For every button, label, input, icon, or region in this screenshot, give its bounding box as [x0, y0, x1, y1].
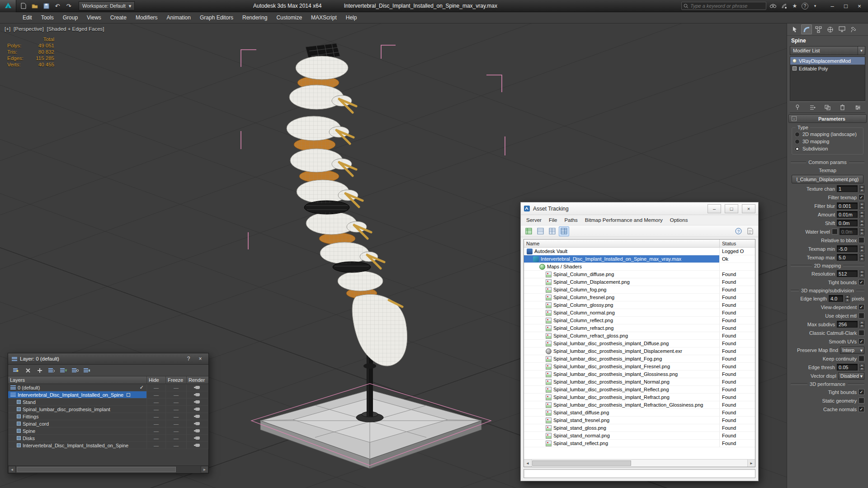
freeze-cell[interactable]: — — [166, 391, 187, 398]
spinner[interactable]: ▴▾ — [859, 321, 864, 328]
spin-up-icon[interactable]: ▴ — [859, 270, 864, 274]
undo-button[interactable]: ↶ — [52, 1, 63, 11]
search-input[interactable] — [690, 3, 764, 9]
layer-row[interactable]: Spinal_cord—— — [8, 420, 208, 427]
new-file-button[interactable] — [18, 1, 29, 11]
radio-3d-mapping[interactable]: 3D mapping — [795, 138, 860, 145]
parameters-rollout-header[interactable]: - Parameters — [788, 114, 867, 123]
view-table-button[interactable] — [535, 226, 546, 236]
scroll-thumb[interactable] — [17, 467, 176, 472]
asset-row[interactable]: Spinal_Column_refract_gloss.pngFound — [524, 332, 755, 340]
hide-cell[interactable]: — — [147, 384, 166, 391]
render-cell[interactable] — [187, 413, 208, 420]
asset-row[interactable]: Spinal_Column_fresnel.pngFound — [524, 294, 755, 301]
spin-up-icon[interactable]: ▴ — [859, 245, 864, 249]
checkbox[interactable] — [832, 229, 838, 235]
asset-menu-paths[interactable]: Paths — [561, 216, 581, 224]
layer-row[interactable]: 0 (default)✓—— — [8, 384, 208, 391]
menu-graph-editors[interactable]: Graph Editors — [195, 12, 238, 23]
spin-down-icon[interactable]: ▾ — [859, 367, 864, 371]
hide-cell[interactable]: — — [147, 420, 166, 427]
render-cell[interactable] — [187, 435, 208, 441]
scroll-left-icon[interactable]: ◄ — [8, 466, 16, 473]
spin-up-icon[interactable]: ▴ — [845, 295, 850, 299]
show-end-result-button[interactable] — [807, 103, 817, 112]
asset-tracking-window[interactable]: Asset Tracking – □ × ServerFilePathsBitm… — [520, 202, 759, 481]
asset-row[interactable]: Spinal_lumbar_disc_prosthesis_implant_Re… — [524, 386, 755, 394]
menu-modifiers[interactable]: Modifiers — [131, 12, 162, 23]
asset-row[interactable]: Spinal_Column_glossy.pngFound — [524, 301, 755, 309]
hide-cell[interactable]: — — [147, 435, 166, 441]
asset-row[interactable]: Spinal_Column_fog.pngFound — [524, 286, 755, 294]
configure-modifier-sets-button[interactable] — [853, 103, 863, 112]
layer-row[interactable]: Stand—— — [8, 399, 208, 406]
asset-row[interactable]: Spinal_lumbar_disc_prosthesis_implant_Fr… — [524, 363, 755, 371]
asset-row[interactable]: Spinal_Column_refract.pngFound — [524, 324, 755, 332]
layer-horizontal-scrollbar[interactable]: ◄ ► — [8, 465, 208, 473]
set-current-layer-button[interactable] — [58, 366, 68, 375]
layer-row[interactable]: Spinal_lumbar_disc_prosthesis_implant—— — [8, 406, 208, 413]
asset-row[interactable]: Spinal_lumbar_disc_prosthesis_implant_Di… — [524, 347, 755, 355]
spin-up-icon[interactable]: ▴ — [859, 220, 864, 223]
viewport-menu-pov[interactable]: [Perspective] — [14, 26, 43, 32]
spin-down-icon[interactable]: ▾ — [859, 274, 864, 277]
spin-up-icon[interactable]: ▴ — [859, 202, 864, 206]
tab-utilities[interactable] — [848, 24, 859, 34]
spinner[interactable]: ▴▾ — [859, 270, 864, 277]
layer-close-button[interactable]: × — [196, 355, 205, 363]
checkbox[interactable] — [859, 330, 864, 336]
asset-row[interactable]: Spinal_stand_reflect.pngFound — [524, 440, 755, 447]
asset-row[interactable]: Spinal_Column_Displacement.pngFound — [524, 278, 755, 286]
view-list-button[interactable] — [547, 226, 557, 236]
menu-group[interactable]: Group — [58, 12, 82, 23]
tab-hierarchy[interactable] — [813, 24, 824, 34]
asset-row[interactable]: Spinal_lumbar_disc_prosthesis_implant_Fo… — [524, 355, 755, 363]
layer-row[interactable]: Intervertebral_Disc_Implant_Installed_on… — [8, 442, 208, 449]
spinner[interactable]: ▴▾ — [859, 220, 864, 227]
object-name[interactable]: Spine — [787, 36, 868, 46]
layer-manager-window[interactable]: Layer: 0 (default) ? × Layers Hide Freez… — [8, 353, 209, 474]
menu-animation[interactable]: Animation — [162, 12, 195, 23]
asset-menu-bitmap-performance-and-memory[interactable]: Bitmap Performance and Memory — [581, 216, 666, 224]
hide-cell[interactable]: — — [147, 399, 166, 405]
application-menu-button[interactable] — [0, 0, 16, 12]
menu-customize[interactable]: Customize — [272, 12, 307, 23]
tab-create[interactable] — [789, 24, 800, 34]
radio-subdivision[interactable]: Subdivision — [795, 145, 860, 152]
freeze-cell[interactable]: — — [166, 427, 187, 434]
checkbox[interactable]: ✓ — [859, 338, 864, 344]
checkbox[interactable]: ✓ — [859, 194, 864, 200]
spin-up-icon[interactable]: ▴ — [859, 228, 864, 232]
asset-info-button[interactable] — [745, 226, 755, 236]
spin-down-icon[interactable]: ▾ — [859, 189, 864, 192]
spinner[interactable]: ▴▾ — [859, 245, 864, 253]
menu-edit[interactable]: Edit — [18, 12, 37, 23]
viewport-menu-general[interactable]: [+] — [5, 26, 10, 32]
asset-row[interactable]: Spinal_stand_diffuse.pngFound — [524, 409, 755, 417]
spinner[interactable]: ▴▾ — [859, 254, 864, 261]
asset-row[interactable]: Spinal_lumbar_disc_prosthesis_implant_Gl… — [524, 371, 755, 378]
menu-maxscript[interactable]: MAXScript — [307, 12, 341, 23]
render-cell[interactable] — [187, 442, 208, 449]
modifier-list-dropdown[interactable]: Modifier List ▾ — [790, 46, 865, 55]
spin-down-icon[interactable]: ▾ — [859, 206, 864, 210]
value-field[interactable]: -5.0 — [837, 245, 858, 252]
spin-up-icon[interactable]: ▴ — [859, 364, 864, 367]
spin-up-icon[interactable]: ▴ — [859, 185, 864, 189]
render-cell[interactable] — [187, 427, 208, 434]
delete-layer-button[interactable] — [23, 366, 33, 375]
spin-down-icon[interactable]: ▾ — [859, 249, 864, 253]
column-hide[interactable]: Hide — [147, 376, 166, 384]
add-selection-to-layer-button[interactable] — [35, 366, 44, 375]
freeze-cell[interactable]: — — [166, 420, 187, 427]
spin-up-icon[interactable]: ▴ — [859, 254, 864, 258]
checkbox[interactable] — [859, 237, 864, 243]
hide-cell[interactable]: — — [147, 391, 166, 398]
scroll-thumb[interactable] — [532, 460, 631, 466]
column-layers[interactable]: Layers — [8, 376, 147, 384]
redo-button[interactable]: ↷ — [63, 1, 74, 11]
menu-help[interactable]: Help — [341, 12, 362, 23]
viewport-menu-shading[interactable]: [Shaded + Edged Faces] — [47, 26, 104, 32]
spinner[interactable]: ▴▾ — [859, 211, 864, 218]
modifier-vraydisplacementmod[interactable]: VRayDisplacementMod — [790, 57, 865, 65]
